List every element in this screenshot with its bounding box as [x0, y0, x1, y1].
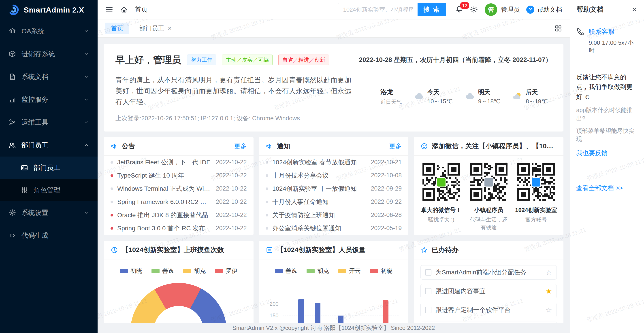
user-menu[interactable]: 管 管理员 — [485, 3, 520, 16]
announcement-item[interactable]: Oracle 推出 JDK 8 的直接替代品2022-10-22 — [104, 208, 254, 222]
weather-day: 后天 8～19℃ — [512, 88, 548, 105]
star-toggle-icon[interactable]: ★ — [546, 287, 552, 296]
help-panel: 帮助文档 ✕ 联系客服 9:00-17:00 5x7小时 反馈让您不满意的点，我… — [570, 0, 644, 333]
legend-swatch — [306, 269, 314, 273]
settings-gear-icon[interactable] — [470, 5, 478, 14]
home-icon[interactable] — [120, 5, 128, 14]
help-docs-entry[interactable]: ? 帮助文档 — [526, 5, 562, 14]
notification-bell[interactable]: 12 — [455, 5, 463, 14]
menu-fold-icon[interactable] — [105, 5, 113, 14]
sidebar-menu: OA系统 进销存系统 系统文档 监控服务 运维工具 — [0, 20, 98, 247]
more-link[interactable]: 更多 — [389, 142, 402, 150]
announcement-item[interactable]: Spring Boot 3.0.0 首个 RC 发布2022-10-22 — [104, 222, 254, 235]
sidebar-item-label: 部门员工 — [34, 163, 60, 172]
notice-item[interactable]: 1024创新实验室 十一放假通知2022-09-29 — [259, 182, 408, 195]
announcement-item[interactable]: JetBrains Fleet 公测，下一代 IDE2022-10-22 — [104, 156, 254, 169]
sidebar-item-oa-system[interactable]: OA系统 — [0, 20, 98, 42]
notice-item[interactable]: 关于疫情防控上班通知2022-06-28 — [259, 208, 408, 222]
legend-swatch — [370, 269, 378, 273]
news-title: 关于疫情防控上班通知 — [272, 211, 371, 219]
sidebar-item-system-docs[interactable]: 系统文档 — [0, 65, 98, 88]
sidebar-item-code-generator[interactable]: 代码生成 — [0, 224, 98, 247]
announcement-item[interactable]: Spring Framework 6.0.0 RC2 发布2022-10-22 — [104, 195, 254, 208]
sidebar-item-system-settings[interactable]: 系统设置 — [0, 201, 98, 224]
search-input[interactable] — [338, 3, 418, 16]
service-hours: 9:00-17:00 5x7小时 — [589, 39, 638, 54]
sidebar-subitem-dept-employee[interactable]: 部门员工 — [0, 157, 98, 179]
branch-icon — [8, 118, 16, 126]
fish-chart-legend: 初晓 善逸 胡克 罗伊 — [104, 267, 254, 275]
bullet-dot — [110, 174, 113, 177]
star-toggle-icon[interactable]: ☆ — [546, 268, 552, 277]
announcement-item[interactable]: Windows Terminal 正式成为 Win...2022-10-22 — [104, 182, 254, 195]
sidebar-item-inventory-system[interactable]: 进销存系统 — [0, 42, 98, 65]
news-date: 2022-10-22 — [216, 225, 247, 232]
gear-icon — [8, 209, 16, 217]
card-title: 通知 — [277, 142, 290, 151]
news-date: 2022-10-22 — [216, 172, 247, 179]
sidebar-subitem-role-management[interactable]: 角色管理 — [0, 179, 98, 201]
speaker-icon — [266, 142, 273, 150]
greeting-tag: 努力工作 — [187, 54, 216, 65]
tab-home[interactable]: 首页 — [105, 22, 129, 34]
meal-chart-card: 【1024创新实验室】人员饭量 善逸 胡克 开云 初晓 200 150 — [259, 241, 408, 323]
todo-label: 为SmartAdmin前端小组分配任务 — [436, 268, 546, 277]
grid-layout-icon[interactable] — [554, 24, 562, 32]
announcement-item[interactable]: TypeScript 诞生 10 周年2022-10-22 — [104, 169, 254, 182]
sidebar-item-ops-tools[interactable]: 运维工具 — [0, 111, 98, 134]
todo-item[interactable]: 跟进团建内容事宜 ★ — [420, 284, 557, 298]
bar — [338, 316, 344, 323]
legend-item: 罗伊 — [215, 267, 238, 275]
qr-column: 卓大的微信号！ 骚扰卓大 :) — [418, 161, 464, 232]
close-icon[interactable]: ✕ — [632, 5, 637, 13]
chevron-down-icon — [84, 74, 89, 79]
code-icon — [8, 232, 16, 239]
help-panel-title: 帮助文档 — [577, 5, 604, 14]
qr-row: 卓大的微信号！ 骚扰卓大 :) 小镇程序员 代码与生活，还有钱途 1024创新实… — [414, 156, 564, 235]
card-title: 已办待办 — [432, 245, 458, 255]
weather-day-label: 明天 — [478, 88, 500, 96]
cloud-icon — [414, 91, 424, 102]
todo-item[interactable]: 为SmartAdmin前端小组分配任务 ☆ — [420, 265, 557, 280]
sidebar-item-monitor-service[interactable]: 监控服务 — [0, 88, 98, 111]
sidebar-item-label: 代码生成 — [22, 231, 48, 240]
legend-swatch — [338, 269, 346, 273]
sidebar-item-dept-employees[interactable]: 部门员工 — [0, 134, 98, 157]
qr-subcaption: 骚扰卓大 :) — [418, 216, 464, 224]
list-chart-icon — [266, 246, 273, 254]
search-button[interactable]: 搜 索 — [418, 3, 446, 16]
card-title: 添加微信，关注【小镇程序员】、【1024创新实验室】 — [432, 142, 557, 151]
more-link[interactable]: 更多 — [234, 142, 247, 150]
all-docs-link[interactable]: 查看全部文档 >> — [576, 184, 638, 192]
bar — [314, 303, 320, 323]
legend-item: 善逸 — [275, 267, 297, 275]
checkbox[interactable] — [425, 288, 432, 294]
cloud-icon — [465, 91, 475, 102]
pie-chart-icon — [110, 246, 118, 254]
bullet-dot — [110, 227, 113, 230]
legend-swatch — [275, 269, 283, 273]
todo-item[interactable]: 跟进客户定制一个软件平台 ☆ — [420, 303, 557, 317]
tab-label: 首页 — [111, 24, 124, 33]
help-docs-label: 帮助文档 — [537, 5, 562, 14]
checkbox[interactable] — [425, 307, 432, 313]
sidebar-item-label: 进销存系统 — [22, 49, 55, 59]
id-card-icon — [20, 164, 28, 172]
checkbox[interactable] — [425, 269, 432, 276]
notice-item[interactable]: 1024创新实验室 春节放假通知2022-10-21 — [259, 156, 408, 169]
qr-caption: 1024创新实验室 — [513, 206, 559, 214]
contact-service-link[interactable]: 联系客服 — [589, 27, 638, 36]
feedback-link[interactable]: 我也要反馈 — [576, 149, 638, 157]
contact-block: 联系客服 9:00-17:00 5x7小时 — [576, 27, 638, 54]
weather-day-temp: 10～15℃ — [428, 97, 453, 105]
notice-item[interactable]: 办公室消杀关键位置通知2022-05-19 — [259, 222, 408, 235]
close-icon[interactable]: ✕ — [168, 25, 172, 31]
card-title: 【1024创新实验室】上班摸鱼次数 — [122, 245, 224, 255]
tab-dept-employees[interactable]: 部门员工 ✕ — [133, 22, 178, 34]
notice-item[interactable]: 十月份人事任命通知2022-09-22 — [259, 195, 408, 208]
smartadmin-app: SmartAdmin 2.X OA系统 进销存系统 系统文档 监控服务 — [0, 0, 644, 333]
star-toggle-icon[interactable]: ☆ — [546, 306, 552, 314]
sidebar-item-label: 角色管理 — [34, 186, 60, 195]
notice-item[interactable]: 十月份技术分享会议2022-10-08 — [259, 169, 408, 182]
sliders-icon — [20, 186, 28, 194]
